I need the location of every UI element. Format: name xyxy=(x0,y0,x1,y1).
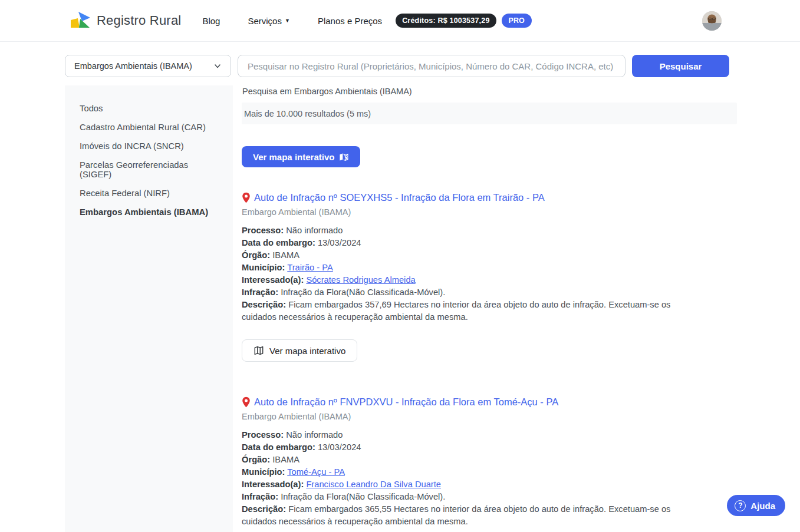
field-processo: Processo: Não informado xyxy=(242,429,687,441)
pro-badge[interactable]: PRO xyxy=(502,14,532,28)
field-interessado: Interessado(a): Francisco Leandro Da Sil… xyxy=(242,478,687,491)
field-orgao: Órgão: IBAMA xyxy=(242,454,687,466)
chevron-down-icon: ▼ xyxy=(285,18,290,24)
category-dropdown[interactable]: Embargos Ambientais (IBAMA) xyxy=(65,55,231,77)
registro-rural-logo-icon xyxy=(70,11,91,30)
results-panel: Pesquisa em Embargos Ambientais (IBAMA) … xyxy=(242,85,737,532)
interessado-link[interactable]: Francisco Leandro Da Silva Duarte xyxy=(306,480,441,489)
result-type: Embargo Ambiental (IBAMA) xyxy=(242,412,737,421)
field-interessado: Interessado(a): Sócrates Rodrigues Almei… xyxy=(242,274,687,286)
sidebar-item-sncr[interactable]: Imóveis do INCRA (SNCR) xyxy=(65,137,233,156)
nav-blog[interactable]: Blog xyxy=(202,16,220,26)
search-input[interactable] xyxy=(238,55,625,77)
field-municipio: Município: Tomé-Açu - PA xyxy=(242,466,687,478)
field-data-embargo: Data do embargo: 13/03/2024 xyxy=(242,237,687,249)
sidebar-item-car[interactable]: Cadastro Ambiental Rural (CAR) xyxy=(65,118,233,137)
field-municipio: Município: Trairão - PA xyxy=(242,262,687,274)
results-count-bar: Mais de 10.000 resultados (5 ms) xyxy=(242,103,737,124)
result-type: Embargo Ambiental (IBAMA) xyxy=(242,207,737,217)
map-pin-icon xyxy=(339,152,349,162)
view-interactive-map-button[interactable]: Ver mapa interativo xyxy=(242,339,357,362)
nav-servicos[interactable]: Serviços ▼ xyxy=(248,16,289,26)
header-badges: Créditos: R$ 1003537,29 PRO xyxy=(396,14,532,28)
municipio-link[interactable]: Trairão - PA xyxy=(287,263,333,272)
result-card: Auto de Infração nº SOEYXHS5 - Infração … xyxy=(242,192,737,362)
view-interactive-map-button[interactable]: Ver mapa interativo xyxy=(242,146,360,167)
interessado-link[interactable]: Sócrates Rodrigues Almeida xyxy=(306,275,415,285)
field-descricao: Descrição: Ficam embargados 365,55 Hecta… xyxy=(242,503,687,528)
field-data-embargo: Data do embargo: 13/03/2024 xyxy=(242,441,687,454)
field-infracao: Infração: Infração da Flora(Não Classifi… xyxy=(242,286,687,299)
search-bar: Embargos Ambientais (IBAMA) Pesquisar xyxy=(65,55,729,77)
field-infracao: Infração: Infração da Flora(Não Classifi… xyxy=(242,491,687,503)
sidebar-item-nirf[interactable]: Receita Federal (NIRF) xyxy=(65,184,233,203)
map-pin-icon xyxy=(242,192,251,203)
chevron-down-icon xyxy=(213,62,222,70)
sidebar-item-ibama[interactable]: Embargos Ambientais (IBAMA) xyxy=(65,203,233,222)
search-context-label: Pesquisa em Embargos Ambientais (IBAMA) xyxy=(242,87,737,96)
brand-logo[interactable]: Registro Rural xyxy=(70,11,181,30)
field-orgao: Órgão: IBAMA xyxy=(242,249,687,262)
municipio-link[interactable]: Tomé-Açu - PA xyxy=(287,467,345,477)
brand-name: Registro Rural xyxy=(97,13,181,28)
search-button[interactable]: Pesquisar xyxy=(632,55,729,77)
user-avatar[interactable] xyxy=(702,11,722,31)
field-descricao: Descrição: Ficam embargados 357,69 Hecta… xyxy=(242,299,687,323)
category-sidebar: Todos Cadastro Ambiental Rural (CAR) Imó… xyxy=(65,85,233,532)
sidebar-item-todos[interactable]: Todos xyxy=(65,99,233,118)
result-fields: Processo: Não informado Data do embargo:… xyxy=(242,224,687,323)
question-mark-icon: ? xyxy=(735,500,746,511)
top-header: Registro Rural Blog Serviços ▼ Planos e … xyxy=(0,0,800,42)
sidebar-item-sigef[interactable]: Parcelas Georreferenciadas (SIGEF) xyxy=(65,156,233,184)
main-nav: Blog Serviços ▼ Planos e Preços xyxy=(202,16,382,26)
result-card: Auto de Infração nº FNVPDXVU - Infração … xyxy=(242,396,737,532)
folded-map-icon xyxy=(254,345,264,356)
category-dropdown-value: Embargos Ambientais (IBAMA) xyxy=(74,61,192,71)
field-processo: Processo: Não informado xyxy=(242,224,687,237)
result-fields: Processo: Não informado Data do embargo:… xyxy=(242,429,687,528)
map-pin-icon xyxy=(242,396,251,408)
result-title-link[interactable]: Auto de Infração nº FNVPDXVU - Infração … xyxy=(254,396,558,408)
result-title-link[interactable]: Auto de Infração nº SOEYXHS5 - Infração … xyxy=(254,192,545,203)
results-count: Mais de 10.000 resultados (5 ms) xyxy=(244,109,371,118)
nav-planos-precos[interactable]: Planos e Preços xyxy=(318,16,382,26)
credits-badge[interactable]: Créditos: R$ 1003537,29 xyxy=(396,14,496,28)
help-button[interactable]: ? Ajuda xyxy=(727,495,785,516)
